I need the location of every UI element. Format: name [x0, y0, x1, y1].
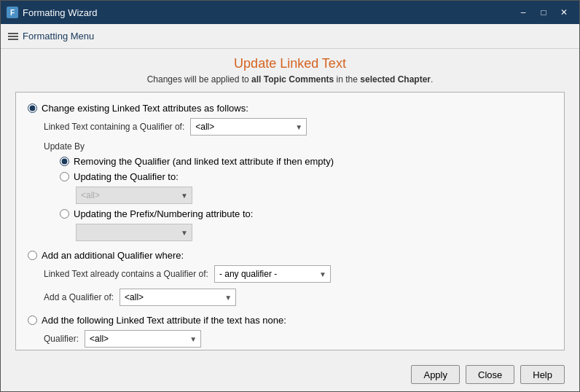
section1-radio[interactable]: [28, 103, 37, 113]
section3-qualifier-select[interactable]: <all>: [85, 330, 201, 348]
section3-radio-text: Add the following Linked Text attribute …: [42, 315, 286, 326]
add-qualifier-row: Add a Qualifier of: <all> ▼: [44, 289, 552, 306]
close-button-footer[interactable]: Close: [466, 365, 514, 384]
update-qualifier-text: Updating the Qualifier to:: [74, 171, 179, 182]
section1-radio-label[interactable]: Change existing Linked Text attributes a…: [28, 103, 552, 114]
update-prefix-select-wrapper: ▼: [76, 224, 192, 241]
subtitle-end: .: [431, 74, 433, 85]
section1-content: Linked Text containing a Qualifier of: <…: [44, 118, 552, 241]
section1-group: Change existing Linked Text attributes a…: [28, 103, 552, 241]
minimize-button[interactable]: –: [514, 5, 533, 20]
subtitle-bold2: selected Chapter: [360, 74, 431, 85]
any-qualifier-select-wrapper: - any qualifier - ▼: [214, 265, 331, 283]
update-by-label: Update By: [44, 141, 552, 152]
section1-radio-text: Change existing Linked Text attributes a…: [42, 103, 248, 114]
section2-content: Linked Text already contains a Qualifier…: [44, 265, 552, 306]
app-icon: F: [7, 7, 18, 18]
update-qualifier-select-row: <all> ▼: [76, 187, 552, 204]
page-subtitle: Changes will be applied to all Topic Com…: [15, 74, 565, 85]
hamburger-menu-icon[interactable]: [8, 33, 18, 40]
window-title: Formating Wizard: [23, 7, 98, 18]
remove-qualifier-label[interactable]: Removing the Qualifier (and linked text …: [60, 156, 552, 167]
subtitle-bold1: all Topic Comments: [251, 74, 334, 85]
formatting-menu-label[interactable]: Formatting Menu: [23, 31, 94, 42]
section2-group: Add an additional Qualifier where: Linke…: [28, 250, 552, 306]
section2-radio-text: Add an additional Qualifier where:: [42, 250, 184, 261]
maximize-button[interactable]: □: [534, 5, 553, 20]
main-window: F Formating Wizard – □ ✕ Formatting Menu…: [0, 0, 580, 392]
qualifier-select-wrapper: <all> ▼: [190, 118, 307, 136]
section3-qualifier-label: Qualifier:: [44, 334, 79, 344]
add-qualifier-label: Add a Qualifier of:: [44, 292, 114, 302]
apply-button[interactable]: Apply: [411, 365, 460, 384]
title-bar: F Formating Wizard – □ ✕: [1, 1, 579, 24]
update-qualifier-label[interactable]: Updating the Qualifier to:: [60, 171, 552, 182]
section2-radio[interactable]: [28, 251, 37, 260]
section3-radio[interactable]: [28, 315, 37, 325]
linked-text-qualifier-label: Linked Text containing a Qualifier of:: [44, 122, 184, 132]
title-bar-left: F Formating Wizard: [7, 7, 98, 18]
update-prefix-select-row: ▼: [76, 224, 552, 241]
remove-qualifier-text: Removing the Qualifier (and linked text …: [74, 156, 334, 167]
update-prefix-radio[interactable]: [60, 209, 69, 219]
update-prefix-label[interactable]: Updating the Prefix/Numbering attribute …: [60, 208, 552, 219]
options-panel: Change existing Linked Text attributes a…: [15, 92, 565, 350]
add-qualifier-select-wrapper: <all> ▼: [119, 289, 236, 306]
section3-qualifier-row: Qualifier: <all> ▼: [44, 330, 552, 348]
subtitle-text2: in the: [334, 74, 360, 85]
footer-bar: Apply Close Help: [1, 358, 579, 391]
remove-qualifier-radio[interactable]: [60, 157, 69, 166]
section3-qualifier-select-wrapper: <all> ▼: [85, 330, 201, 348]
section3-group: Add the following Linked Text attribute …: [28, 315, 552, 348]
help-button[interactable]: Help: [520, 365, 565, 384]
update-qualifier-select-wrapper: <all> ▼: [76, 187, 192, 204]
update-prefix-select[interactable]: [76, 224, 192, 241]
update-prefix-text: Updating the Prefix/Numbering attribute …: [74, 208, 253, 219]
update-qualifier-radio[interactable]: [60, 172, 69, 181]
section3-content: Qualifier: <all> ▼: [44, 330, 552, 348]
window-controls: – □ ✕: [514, 5, 573, 20]
subtitle-text1: Changes will be applied to: [147, 74, 251, 85]
linked-text-qualifier-row: Linked Text containing a Qualifier of: <…: [44, 118, 552, 136]
qualifier-select[interactable]: <all>: [190, 118, 307, 136]
update-qualifier-select[interactable]: <all>: [76, 187, 192, 204]
any-qualifier-select[interactable]: - any qualifier -: [214, 265, 331, 283]
already-contains-label: Linked Text already contains a Qualifier…: [44, 269, 208, 279]
already-contains-row: Linked Text already contains a Qualifier…: [44, 265, 552, 283]
close-button[interactable]: ✕: [554, 5, 573, 20]
content-area: Update Linked Text Changes will be appli…: [1, 49, 579, 358]
add-qualifier-select[interactable]: <all>: [119, 289, 236, 306]
menu-bar: Formatting Menu: [1, 24, 579, 49]
page-title: Update Linked Text: [15, 56, 565, 71]
section3-radio-label[interactable]: Add the following Linked Text attribute …: [28, 315, 552, 326]
update-by-options: Removing the Qualifier (and linked text …: [60, 156, 552, 241]
section2-radio-label[interactable]: Add an additional Qualifier where:: [28, 250, 552, 261]
